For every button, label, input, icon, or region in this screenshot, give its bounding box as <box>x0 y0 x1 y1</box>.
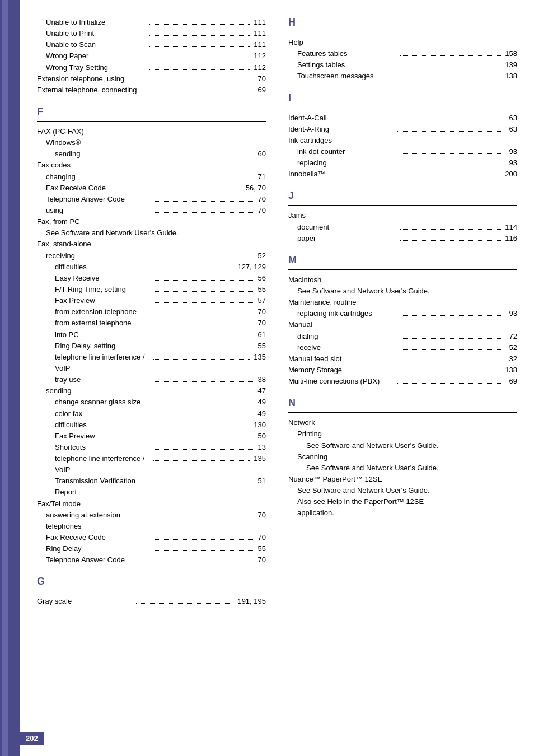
section-divider-m <box>288 269 517 270</box>
main-content: Unable to Initialize 111 Unable to Print… <box>20 0 534 756</box>
page-container: Unable to Initialize 111 Unable to Print… <box>0 0 534 756</box>
list-item: Ring Delay 55 <box>37 543 266 554</box>
section-g: G Gray scale 191, 195 <box>37 576 266 607</box>
list-item: Unable to Print 111 <box>37 28 266 39</box>
section-divider-h <box>288 32 517 32</box>
list-item: Jams <box>288 210 517 221</box>
list-item: Windows® <box>37 137 266 148</box>
list-item: See Software and Network User's Guide. <box>288 463 517 474</box>
list-item: Ident-A-Ring 63 <box>288 124 517 135</box>
list-item: receive 52 <box>288 342 517 353</box>
list-item: Maintenance, routine <box>288 297 517 308</box>
list-item: using 70 <box>37 205 266 216</box>
list-item: telephone line interference / VoIP 135 <box>37 453 266 475</box>
left-sidebar <box>0 0 20 756</box>
list-item: Macintosh <box>288 274 517 286</box>
section-divider-i <box>288 108 517 108</box>
list-item: See Software and Network User's Guide. <box>37 227 266 239</box>
list-item: replacing ink cartridges 93 <box>288 308 517 319</box>
section-letter-i: I <box>288 92 517 105</box>
list-item: Easy Receive 56 <box>37 273 266 284</box>
list-item: Memory Storage 138 <box>288 365 517 376</box>
list-item: See Software and Network User's Guide. <box>288 440 517 451</box>
list-item: difficulties 127, 129 <box>37 262 266 273</box>
list-item: Fax, stand-alone <box>37 239 266 250</box>
list-item: sending 60 <box>37 148 266 160</box>
section-letter-m: M <box>288 254 517 267</box>
list-item: from external telephone 70 <box>37 318 266 329</box>
section-f: F FAX (PC-FAX) Windows® sending 60 Fax c… <box>37 106 266 566</box>
list-item: Touchscreen messages 138 <box>288 71 517 82</box>
list-item: FAX (PC-FAX) <box>37 126 266 137</box>
list-item: sending 47 <box>37 385 266 396</box>
section-letter-g: G <box>37 576 266 589</box>
list-item: tray use 38 <box>37 374 266 385</box>
list-item: paper 116 <box>288 233 517 244</box>
list-item: ink dot counter 93 <box>288 146 517 157</box>
list-item: Settings tables 139 <box>288 59 517 71</box>
list-item: change scanner glass size 49 <box>37 396 266 408</box>
list-item: Scanning <box>288 451 517 463</box>
list-item: Telephone Answer Code 70 <box>37 554 266 566</box>
list-item: Network <box>288 417 517 428</box>
list-item: Innobella™ 200 <box>288 169 517 180</box>
section-i: I Ident-A-Call 63 Ident-A-Ring 63 Ink ca… <box>288 92 517 180</box>
list-item: Fax Preview 50 <box>37 431 266 442</box>
page-number: 202 <box>20 732 44 745</box>
list-item: External telephone, connecting 69 <box>37 85 266 96</box>
right-column: H Help Features tables 158 Settings tabl… <box>288 17 517 739</box>
list-item: Shortcuts 13 <box>37 442 266 453</box>
section-divider-f <box>37 121 266 122</box>
list-item: receiving 52 <box>37 250 266 262</box>
list-item: replacing 93 <box>288 157 517 169</box>
list-item: document 114 <box>288 222 517 233</box>
list-item: Help <box>288 37 517 48</box>
list-item: Fax Receive Code 70 <box>37 532 266 543</box>
list-item: Wrong Tray Setting 112 <box>37 62 266 73</box>
list-item: Extension telephone, using 70 <box>37 73 266 85</box>
section-h: H Help Features tables 158 Settings tabl… <box>288 17 517 82</box>
list-item: Fax Receive Code 56, 70 <box>37 183 266 194</box>
list-item: application. <box>288 507 517 519</box>
list-item: Transmission Verification Report 51 <box>37 475 266 498</box>
list-item: Wrong Paper 112 <box>37 50 266 62</box>
list-item: Fax/Tel mode <box>37 498 266 510</box>
list-item: Features tables 158 <box>288 48 517 59</box>
section-letter-n: N <box>288 397 517 410</box>
list-item: changing 71 <box>37 171 266 183</box>
list-item: from extension telephone 70 <box>37 306 266 318</box>
list-item: Unable to Initialize 111 <box>37 17 266 28</box>
list-item: Manual feed slot 32 <box>288 353 517 365</box>
section-divider-g <box>37 591 266 591</box>
list-item: Fax Preview 57 <box>37 295 266 306</box>
section-n: N Network Printing See Software and Netw… <box>288 397 517 519</box>
list-item: Fax, from PC <box>37 216 266 227</box>
list-item: telephone line interference / VoIP 135 <box>37 352 266 374</box>
section-divider-j <box>288 205 517 206</box>
list-item: Fax codes <box>37 160 266 171</box>
section-letter-f: F <box>37 106 266 119</box>
section-j: J Jams document 114 paper 116 <box>288 190 517 244</box>
list-item: answering at extension telephones 70 <box>37 510 266 532</box>
list-item: Ring Delay, setting 55 <box>37 340 266 352</box>
list-item: color fax 49 <box>37 408 266 419</box>
list-item: Manual <box>288 319 517 330</box>
list-item: Nuance™ PaperPort™ 12SE <box>288 474 517 485</box>
list-item: difficulties 130 <box>37 419 266 431</box>
list-item: Also see Help in the PaperPort™ 12SE <box>288 496 517 507</box>
list-item: Multi-line connections (PBX) 69 <box>288 376 517 387</box>
section-letter-h: H <box>288 17 517 30</box>
list-item: Gray scale 191, 195 <box>37 596 266 607</box>
list-item: Ink cartridges <box>288 135 517 146</box>
list-item: See Software and Network User's Guide. <box>288 485 517 496</box>
top-entries-section: Unable to Initialize 111 Unable to Print… <box>37 17 266 96</box>
list-item: into PC 61 <box>37 329 266 340</box>
left-column: Unable to Initialize 111 Unable to Print… <box>37 17 266 739</box>
list-item: F/T Ring Time, setting 55 <box>37 284 266 295</box>
list-item: Printing <box>288 428 517 440</box>
section-divider-n <box>288 412 517 413</box>
sidebar-accent <box>2 0 8 756</box>
section-letter-j: J <box>288 190 517 203</box>
list-item: Ident-A-Call 63 <box>288 113 517 124</box>
list-item: Telephone Answer Code 70 <box>37 194 266 205</box>
